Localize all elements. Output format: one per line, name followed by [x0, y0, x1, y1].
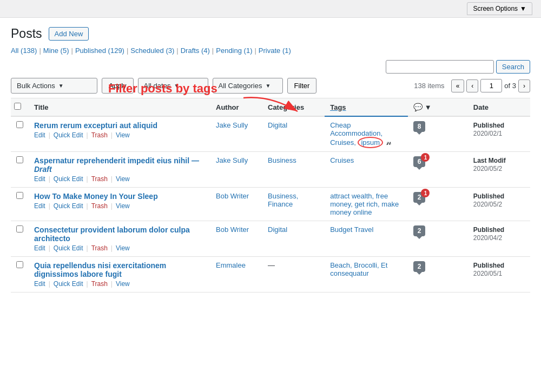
comments-bubble: 2 — [413, 261, 426, 272]
trash-link[interactable]: Trash — [91, 244, 108, 252]
row-checkbox[interactable] — [16, 156, 23, 163]
tag-link[interactable]: Budget Travel — [330, 225, 373, 234]
th-tags[interactable]: Tags — [325, 98, 408, 117]
filter-button[interactable]: Filter — [287, 78, 317, 94]
comment-count-bubble[interactable]: 8 — [413, 121, 426, 132]
filter-published[interactable]: Published (129) — [75, 46, 124, 55]
search-input[interactable] — [386, 60, 494, 74]
row-actions: Edit | Quick Edit | Trash | View — [34, 280, 205, 288]
screen-options-button[interactable]: Screen Options ▼ — [467, 2, 532, 15]
row-checkbox[interactable] — [16, 121, 23, 128]
row-checkbox-cell — [11, 152, 29, 188]
edit-link[interactable]: Edit — [34, 280, 45, 288]
row-author-cell: Jake Sully — [210, 152, 262, 188]
comments-bubble: 6 1 — [413, 156, 426, 167]
post-title-link[interactable]: Quia repellendus nisi exercitationem dig… — [34, 261, 205, 278]
quick-edit-link[interactable]: Quick Edit — [54, 131, 83, 139]
comment-count-bubble[interactable]: 6 1 — [413, 156, 426, 167]
row-author-cell: Bob Writer — [210, 188, 262, 221]
row-checkbox[interactable] — [16, 261, 23, 268]
main-content: Posts Add New All (138) | Mine (5) | Pub… — [0, 18, 541, 392]
post-title-link[interactable]: Rerum rerum excepturi aut aliquid — [34, 121, 205, 130]
view-link[interactable]: View — [116, 175, 130, 183]
row-checkbox-cell — [11, 257, 29, 293]
select-all-checkbox[interactable] — [14, 103, 21, 110]
post-title-link[interactable]: How To Make Money In Your Sleep — [34, 192, 205, 201]
trash-link[interactable]: Trash — [91, 131, 108, 139]
current-page-input[interactable] — [480, 79, 502, 92]
bulk-actions-dropdown[interactable]: Bulk Actions ▼ — [11, 78, 97, 94]
date-value: 2020/04/2 — [473, 234, 502, 242]
date-status: Published — [473, 262, 504, 269]
add-new-button[interactable]: Add New — [49, 27, 89, 41]
row-title-cell: Consectetur provident laborum dolor culp… — [29, 221, 210, 257]
trash-link[interactable]: Trash — [91, 280, 108, 288]
table-row: Quia repellendus nisi exercitationem dig… — [11, 257, 530, 293]
comment-count-bubble[interactable]: 2 — [413, 225, 426, 236]
row-date-cell: Last Modif 2020/05/2 — [468, 152, 530, 188]
row-checkbox[interactable] — [16, 225, 23, 232]
filter-drafts[interactable]: Drafts (4) — [181, 46, 210, 55]
view-link[interactable]: View — [116, 131, 130, 139]
author-link[interactable]: Bob Writer — [216, 225, 249, 234]
row-tags-cell: Cruises — [325, 152, 408, 188]
row-date-cell: Published 2020/02/1 — [468, 116, 530, 152]
quick-edit-link[interactable]: Quick Edit — [54, 244, 83, 252]
edit-link[interactable]: Edit — [34, 202, 45, 210]
filter-scheduled[interactable]: Scheduled (3) — [130, 46, 174, 55]
filter-pending[interactable]: Pending (1) — [216, 46, 252, 55]
date-status: Published — [473, 226, 504, 234]
post-title-link[interactable]: Consectetur provident laborum dolor culp… — [34, 225, 205, 243]
row-categories-cell: Digital — [262, 221, 325, 257]
comment-count-bubble[interactable]: 2 — [413, 261, 426, 272]
post-title-link[interactable]: Aspernatur reprehenderit impedit eius ni… — [34, 156, 205, 174]
apply-button[interactable]: Apply — [102, 78, 134, 94]
trash-link[interactable]: Trash — [91, 202, 108, 210]
quick-edit-link[interactable]: Quick Edit — [54, 280, 83, 288]
author-link[interactable]: Jake Sully — [216, 156, 248, 164]
tag-ipsum-link[interactable]: ipsum — [358, 137, 383, 148]
comment-count-bubble[interactable]: 2 1 — [413, 192, 426, 203]
row-actions: Edit | Quick Edit | Trash | View — [34, 244, 205, 252]
quick-edit-link[interactable]: Quick Edit — [54, 202, 83, 210]
view-link[interactable]: View — [116, 280, 130, 288]
category-link[interactable]: Digital — [268, 121, 287, 129]
category-filter-dropdown[interactable]: All Categories ▼ — [213, 78, 283, 94]
edit-link[interactable]: Edit — [34, 131, 45, 139]
prev-page-button[interactable]: ‹ — [466, 79, 478, 92]
date-filter-dropdown[interactable]: All dates ▼ — [138, 78, 208, 94]
filter-all[interactable]: All (138) — [11, 46, 37, 55]
filter-private[interactable]: Private (1) — [259, 46, 291, 55]
tag-link[interactable]: Beach, Brocolli, Et consequatur — [330, 261, 387, 277]
row-categories-cell: Business — [262, 152, 325, 188]
of-pages-label: of 3 — [504, 82, 516, 90]
th-comments[interactable]: 💬 ▼ — [408, 98, 468, 117]
category-link[interactable]: Digital — [268, 225, 287, 234]
author-link[interactable]: Bob Writer — [216, 192, 249, 200]
tag-link[interactable]: attract wealth, free money, get rich, ma… — [330, 192, 399, 216]
row-date-cell: Published 2020/05/1 — [468, 257, 530, 293]
th-date: Date — [468, 98, 530, 117]
row-comments-cell: 2 — [408, 257, 468, 293]
category-filter-label: All Categories — [219, 82, 262, 90]
row-author-cell: Bob Writer — [210, 221, 262, 257]
quick-edit-link[interactable]: Quick Edit — [54, 175, 83, 183]
row-checkbox[interactable] — [16, 192, 23, 199]
author-link[interactable]: Emmalee — [216, 261, 246, 269]
view-link[interactable]: View — [116, 244, 130, 252]
first-page-button[interactable]: « — [451, 79, 465, 92]
table-row: Aspernatur reprehenderit impedit eius ni… — [11, 152, 530, 188]
trash-link[interactable]: Trash — [91, 175, 108, 183]
edit-link[interactable]: Edit — [34, 244, 45, 252]
edit-link[interactable]: Edit — [34, 175, 45, 183]
tag-link[interactable]: Cruises — [330, 156, 354, 164]
filter-mine[interactable]: Mine (5) — [43, 46, 69, 55]
category-link[interactable]: Business, Finance — [268, 192, 298, 208]
table-row: Consectetur provident laborum dolor culp… — [11, 221, 530, 257]
author-link[interactable]: Jake Sully — [216, 121, 248, 129]
category-link[interactable]: Business — [268, 156, 296, 164]
view-link[interactable]: View — [116, 202, 130, 210]
next-page-button[interactable]: › — [518, 79, 530, 92]
row-checkbox-cell — [11, 188, 29, 221]
search-button[interactable]: Search — [496, 60, 530, 74]
